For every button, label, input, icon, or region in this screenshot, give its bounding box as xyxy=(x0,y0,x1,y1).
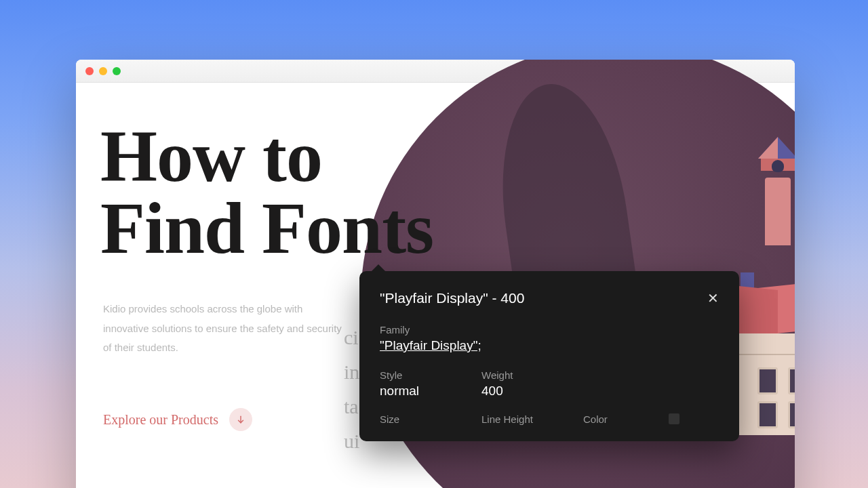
close-icon[interactable]: ✕ xyxy=(707,290,719,306)
cta-label: Explore our Products xyxy=(103,412,218,428)
minimize-traffic-light[interactable] xyxy=(99,67,107,75)
line-height-label: Line Height xyxy=(481,413,583,425)
heading-line-2: Find Fonts xyxy=(100,188,433,268)
arrow-down-icon xyxy=(229,408,252,431)
family-label: Family xyxy=(380,324,719,336)
color-label: Color xyxy=(583,413,665,425)
lighthouse-icon xyxy=(754,137,795,245)
font-inspector-popover: "Playfair Display" - 400 ✕ Family "Playf… xyxy=(359,271,739,441)
weight-value: 400 xyxy=(481,384,583,399)
heading-line-1: How to xyxy=(100,116,322,197)
size-label: Size xyxy=(380,413,481,425)
maximize-traffic-light[interactable] xyxy=(113,67,121,75)
page-heading: How to Find Fonts xyxy=(100,121,433,264)
background-paragraph-fragment: ci in ta ui xyxy=(344,320,359,458)
explore-products-link[interactable]: Explore our Products xyxy=(103,408,252,431)
inspector-title: "Playfair Display" - 400 xyxy=(380,290,524,306)
style-label: Style xyxy=(380,369,481,381)
close-traffic-light[interactable] xyxy=(85,67,94,75)
family-value[interactable]: "Playfair Display"; xyxy=(380,338,719,353)
style-value: normal xyxy=(380,384,481,399)
hero-description: Kidio provides schools across the globe … xyxy=(103,300,347,358)
color-swatch-icon xyxy=(669,413,679,424)
weight-label: Weight xyxy=(481,369,583,381)
